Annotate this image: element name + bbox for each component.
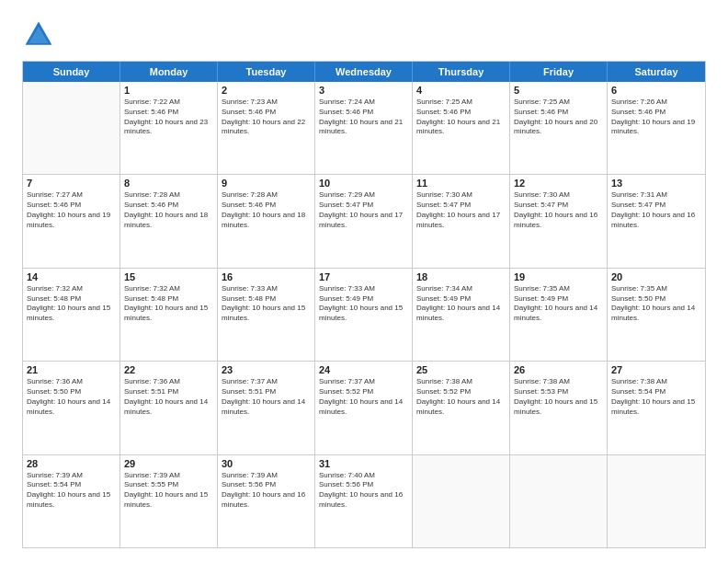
cal-cell-20: 20Sunrise: 7:35 AM Sunset: 5:50 PM Dayli…	[608, 269, 705, 361]
calendar-header: SundayMondayTuesdayWednesdayThursdayFrid…	[23, 62, 705, 82]
day-number: 14	[27, 271, 116, 282]
cell-info: Sunrise: 7:24 AM Sunset: 5:46 PM Dayligh…	[319, 98, 408, 137]
cal-cell-31: 31Sunrise: 7:40 AM Sunset: 5:56 PM Dayli…	[315, 455, 413, 547]
cal-cell-empty-4-6	[608, 455, 705, 547]
cal-cell-27: 27Sunrise: 7:38 AM Sunset: 5:54 PM Dayli…	[608, 362, 705, 454]
day-number: 2	[222, 85, 311, 96]
cal-cell-7: 7Sunrise: 7:27 AM Sunset: 5:46 PM Daylig…	[23, 175, 120, 267]
day-number: 19	[514, 271, 603, 282]
cell-info: Sunrise: 7:38 AM Sunset: 5:54 PM Dayligh…	[611, 377, 701, 417]
day-number: 16	[222, 271, 311, 282]
day-number: 17	[319, 271, 408, 282]
day-number: 8	[124, 178, 213, 189]
cal-cell-24: 24Sunrise: 7:37 AM Sunset: 5:52 PM Dayli…	[315, 362, 413, 454]
cell-info: Sunrise: 7:22 AM Sunset: 5:46 PM Dayligh…	[124, 98, 213, 137]
day-number: 10	[319, 178, 408, 189]
day-number: 13	[611, 178, 701, 189]
cell-info: Sunrise: 7:35 AM Sunset: 5:50 PM Dayligh…	[611, 284, 701, 324]
header-cell-saturday: Saturday	[608, 62, 705, 82]
cell-info: Sunrise: 7:36 AM Sunset: 5:51 PM Dayligh…	[124, 377, 213, 417]
cell-info: Sunrise: 7:23 AM Sunset: 5:46 PM Dayligh…	[222, 98, 311, 137]
cal-cell-5: 5Sunrise: 7:25 AM Sunset: 5:46 PM Daylig…	[510, 82, 608, 174]
logo-icon	[22, 18, 55, 52]
cell-info: Sunrise: 7:28 AM Sunset: 5:46 PM Dayligh…	[124, 190, 213, 230]
cell-info: Sunrise: 7:34 AM Sunset: 5:49 PM Dayligh…	[416, 284, 506, 324]
page: SundayMondayTuesdayWednesdayThursdayFrid…	[0, 0, 728, 563]
header	[22, 18, 706, 52]
cal-cell-empty-4-5	[510, 455, 608, 547]
cell-info: Sunrise: 7:35 AM Sunset: 5:49 PM Dayligh…	[514, 284, 603, 324]
cell-info: Sunrise: 7:37 AM Sunset: 5:52 PM Dayligh…	[319, 377, 408, 417]
cell-info: Sunrise: 7:30 AM Sunset: 5:47 PM Dayligh…	[416, 190, 506, 230]
cal-cell-26: 26Sunrise: 7:38 AM Sunset: 5:53 PM Dayli…	[510, 362, 608, 454]
cell-info: Sunrise: 7:39 AM Sunset: 5:56 PM Dayligh…	[222, 471, 311, 511]
cell-info: Sunrise: 7:27 AM Sunset: 5:46 PM Dayligh…	[27, 190, 116, 230]
cell-info: Sunrise: 7:38 AM Sunset: 5:52 PM Dayligh…	[416, 377, 506, 417]
cell-info: Sunrise: 7:33 AM Sunset: 5:48 PM Dayligh…	[222, 284, 311, 324]
cal-cell-11: 11Sunrise: 7:30 AM Sunset: 5:47 PM Dayli…	[413, 175, 510, 267]
cal-cell-30: 30Sunrise: 7:39 AM Sunset: 5:56 PM Dayli…	[218, 455, 315, 547]
cell-info: Sunrise: 7:28 AM Sunset: 5:46 PM Dayligh…	[222, 190, 311, 230]
day-number: 11	[416, 178, 506, 189]
cell-info: Sunrise: 7:31 AM Sunset: 5:47 PM Dayligh…	[611, 190, 701, 230]
day-number: 6	[611, 85, 701, 96]
day-number: 22	[124, 364, 213, 375]
calendar-row-0: 1Sunrise: 7:22 AM Sunset: 5:46 PM Daylig…	[23, 82, 705, 174]
day-number: 3	[319, 85, 408, 96]
cal-cell-empty-4-4	[413, 455, 510, 547]
day-number: 23	[222, 364, 311, 375]
cell-info: Sunrise: 7:26 AM Sunset: 5:46 PM Dayligh…	[611, 98, 701, 137]
cal-cell-25: 25Sunrise: 7:38 AM Sunset: 5:52 PM Dayli…	[413, 362, 510, 454]
calendar-row-4: 28Sunrise: 7:39 AM Sunset: 5:54 PM Dayli…	[23, 454, 705, 547]
day-number: 9	[222, 178, 311, 189]
day-number: 7	[27, 178, 116, 189]
cell-info: Sunrise: 7:29 AM Sunset: 5:47 PM Dayligh…	[319, 190, 408, 230]
cal-cell-8: 8Sunrise: 7:28 AM Sunset: 5:46 PM Daylig…	[120, 175, 218, 267]
cal-cell-15: 15Sunrise: 7:32 AM Sunset: 5:48 PM Dayli…	[120, 269, 218, 361]
day-number: 4	[416, 85, 506, 96]
cell-info: Sunrise: 7:40 AM Sunset: 5:56 PM Dayligh…	[319, 471, 408, 511]
cal-cell-23: 23Sunrise: 7:37 AM Sunset: 5:51 PM Dayli…	[218, 362, 315, 454]
cal-cell-21: 21Sunrise: 7:36 AM Sunset: 5:50 PM Dayli…	[23, 362, 120, 454]
cell-info: Sunrise: 7:32 AM Sunset: 5:48 PM Dayligh…	[124, 284, 213, 324]
header-cell-friday: Friday	[510, 62, 608, 82]
cell-info: Sunrise: 7:25 AM Sunset: 5:46 PM Dayligh…	[416, 98, 506, 137]
cal-cell-16: 16Sunrise: 7:33 AM Sunset: 5:48 PM Dayli…	[218, 269, 315, 361]
cal-cell-18: 18Sunrise: 7:34 AM Sunset: 5:49 PM Dayli…	[413, 269, 510, 361]
header-cell-sunday: Sunday	[23, 62, 120, 82]
calendar-row-2: 14Sunrise: 7:32 AM Sunset: 5:48 PM Dayli…	[23, 268, 705, 361]
header-cell-tuesday: Tuesday	[218, 62, 315, 82]
cell-info: Sunrise: 7:33 AM Sunset: 5:49 PM Dayligh…	[319, 284, 408, 324]
day-number: 30	[222, 458, 311, 469]
cal-cell-9: 9Sunrise: 7:28 AM Sunset: 5:46 PM Daylig…	[218, 175, 315, 267]
day-number: 21	[27, 364, 116, 375]
cal-cell-19: 19Sunrise: 7:35 AM Sunset: 5:49 PM Dayli…	[510, 269, 608, 361]
cal-cell-6: 6Sunrise: 7:26 AM Sunset: 5:46 PM Daylig…	[608, 82, 705, 174]
header-cell-wednesday: Wednesday	[315, 62, 413, 82]
day-number: 26	[514, 364, 603, 375]
calendar-body: 1Sunrise: 7:22 AM Sunset: 5:46 PM Daylig…	[23, 82, 705, 547]
cell-info: Sunrise: 7:25 AM Sunset: 5:46 PM Dayligh…	[514, 98, 603, 137]
cal-cell-17: 17Sunrise: 7:33 AM Sunset: 5:49 PM Dayli…	[315, 269, 413, 361]
calendar: SundayMondayTuesdayWednesdayThursdayFrid…	[22, 61, 706, 548]
day-number: 25	[416, 364, 506, 375]
header-cell-thursday: Thursday	[413, 62, 510, 82]
cal-cell-4: 4Sunrise: 7:25 AM Sunset: 5:46 PM Daylig…	[413, 82, 510, 174]
cal-cell-1: 1Sunrise: 7:22 AM Sunset: 5:46 PM Daylig…	[120, 82, 218, 174]
day-number: 15	[124, 271, 213, 282]
day-number: 20	[611, 271, 701, 282]
cell-info: Sunrise: 7:38 AM Sunset: 5:53 PM Dayligh…	[514, 377, 603, 417]
cal-cell-10: 10Sunrise: 7:29 AM Sunset: 5:47 PM Dayli…	[315, 175, 413, 267]
day-number: 28	[27, 458, 116, 469]
calendar-row-3: 21Sunrise: 7:36 AM Sunset: 5:50 PM Dayli…	[23, 361, 705, 454]
day-number: 27	[611, 364, 701, 375]
logo	[22, 18, 59, 52]
cal-cell-2: 2Sunrise: 7:23 AM Sunset: 5:46 PM Daylig…	[218, 82, 315, 174]
day-number: 31	[319, 458, 408, 469]
calendar-row-1: 7Sunrise: 7:27 AM Sunset: 5:46 PM Daylig…	[23, 174, 705, 267]
cell-info: Sunrise: 7:30 AM Sunset: 5:47 PM Dayligh…	[514, 190, 603, 230]
cal-cell-13: 13Sunrise: 7:31 AM Sunset: 5:47 PM Dayli…	[608, 175, 705, 267]
day-number: 24	[319, 364, 408, 375]
cal-cell-28: 28Sunrise: 7:39 AM Sunset: 5:54 PM Dayli…	[23, 455, 120, 547]
cell-info: Sunrise: 7:37 AM Sunset: 5:51 PM Dayligh…	[222, 377, 311, 417]
